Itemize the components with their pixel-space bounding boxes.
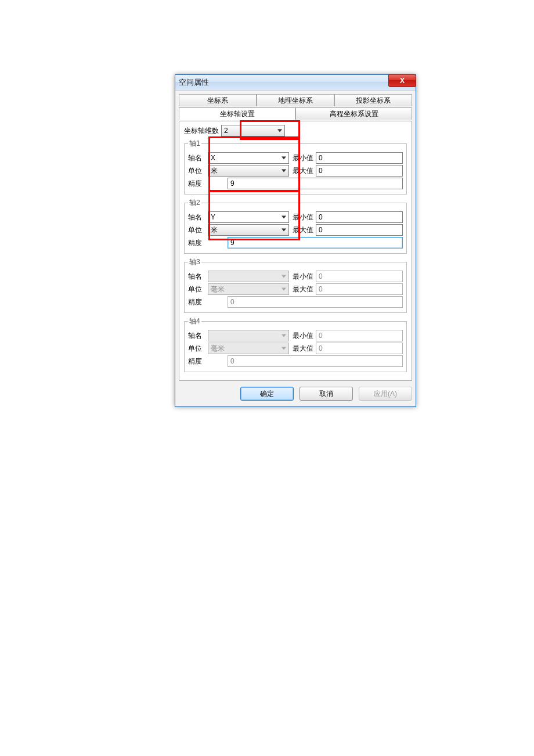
axis1-legend: 轴1 (188, 139, 201, 149)
dimension-label: 坐标轴维数 (184, 126, 219, 136)
axis3-max-input: 0 (316, 283, 403, 295)
axis4-legend: 轴4 (188, 316, 201, 326)
axis1-unit-select[interactable]: 米 (208, 165, 289, 177)
axis3-unit-select: 毫米 (208, 283, 289, 295)
dimension-select[interactable]: 2 (221, 125, 285, 136)
axis3-unit-label: 单位 (188, 285, 208, 294)
axis4-unit-select: 毫米 (208, 343, 289, 354)
axis2-unit-label: 单位 (188, 225, 208, 235)
axis3-precision-input: 0 (228, 296, 403, 308)
axis1-name-select[interactable]: X (208, 152, 289, 164)
dialog-title: 空间属性 (179, 77, 209, 88)
axis3-name-select (208, 271, 289, 282)
axis3-min-input: 0 (316, 271, 403, 282)
axis4-max-label: 最大值 (293, 344, 316, 354)
axis1-precision-label: 精度 (188, 179, 208, 189)
ok-button[interactable]: 确定 (240, 387, 294, 401)
axis4-min-input: 0 (316, 330, 403, 341)
button-row: 确定 取消 应用(A) (179, 387, 412, 401)
axis2-group: 轴2 轴名 Y 最小值 0 单位 米 最大值 (184, 198, 407, 254)
axis1-group: 轴1 轴名 X 最小值 0 单位 米 最大值 (184, 139, 407, 195)
axis4-precision-label: 精度 (188, 357, 208, 366)
tabs-second-row: 坐标轴设置 高程坐标系设置 (179, 107, 412, 120)
tab-geo-coord-sys[interactable]: 地理坐标系 (257, 94, 334, 106)
axis4-precision-input: 0 (228, 355, 403, 367)
tabs-top-row: 坐标系 地理坐标系 投影坐标系 (179, 94, 412, 106)
tab-proj-coord-sys[interactable]: 投影坐标系 (334, 94, 412, 106)
axis3-min-label: 最小值 (293, 272, 316, 282)
axis2-legend: 轴2 (188, 198, 201, 208)
titlebar[interactable]: 空间属性 X (175, 75, 416, 91)
close-button[interactable]: X (388, 74, 416, 87)
axis3-group: 轴3 轴名 最小值 0 单位 毫米 最大值 (184, 257, 407, 313)
axis2-max-input[interactable]: 0 (316, 224, 403, 236)
axis4-max-input: 0 (316, 343, 403, 354)
tab-elevation-settings[interactable]: 高程坐标系设置 (295, 107, 412, 120)
apply-button: 应用(A) (359, 387, 412, 401)
axis1-min-input[interactable]: 0 (316, 152, 403, 164)
tab-axis-settings[interactable]: 坐标轴设置 (179, 107, 295, 120)
dimension-value: 2 (224, 127, 228, 135)
axis4-unit-label: 单位 (188, 344, 208, 354)
axis1-min-label: 最小值 (293, 153, 316, 163)
axis1-precision-input[interactable]: 9 (228, 178, 403, 189)
axis1-unit-label: 单位 (188, 166, 208, 176)
tab-coord-sys[interactable]: 坐标系 (179, 94, 257, 106)
axis4-name-select (208, 330, 289, 341)
axis2-name-label: 轴名 (188, 213, 208, 222)
axis3-legend: 轴3 (188, 257, 201, 267)
dialog-body: 坐标系 地理坐标系 投影坐标系 坐标轴设置 高程坐标系设置 坐标轴维数 2 轴1… (175, 91, 416, 406)
axis3-max-label: 最大值 (293, 285, 316, 294)
axis4-name-label: 轴名 (188, 331, 208, 341)
axis2-name-select[interactable]: Y (208, 211, 289, 223)
axis4-group: 轴4 轴名 最小值 0 单位 毫米 最大值 (184, 316, 407, 372)
spatial-properties-dialog: 空间属性 X 坐标系 地理坐标系 投影坐标系 坐标轴设置 高程坐标系设置 坐标轴… (175, 74, 416, 407)
axis2-precision-label: 精度 (188, 238, 208, 248)
axis1-name-label: 轴名 (188, 153, 208, 163)
axis4-min-label: 最小值 (293, 331, 316, 341)
axis2-precision-input[interactable]: 9 (228, 237, 403, 249)
axis2-max-label: 最大值 (293, 225, 316, 235)
close-icon: X (400, 77, 405, 85)
axis1-max-input[interactable]: 0 (316, 165, 403, 177)
cancel-button[interactable]: 取消 (300, 387, 353, 401)
axis-settings-pane: 坐标轴维数 2 轴1 轴名 X 最小值 0 (179, 121, 412, 381)
axis3-name-label: 轴名 (188, 272, 208, 282)
dimension-row: 坐标轴维数 2 (184, 125, 407, 136)
axis2-min-input[interactable]: 0 (316, 211, 403, 223)
axis2-min-label: 最小值 (293, 213, 316, 222)
axis3-precision-label: 精度 (188, 297, 208, 307)
axis1-max-label: 最大值 (293, 166, 316, 176)
axis2-unit-select[interactable]: 米 (208, 224, 289, 236)
